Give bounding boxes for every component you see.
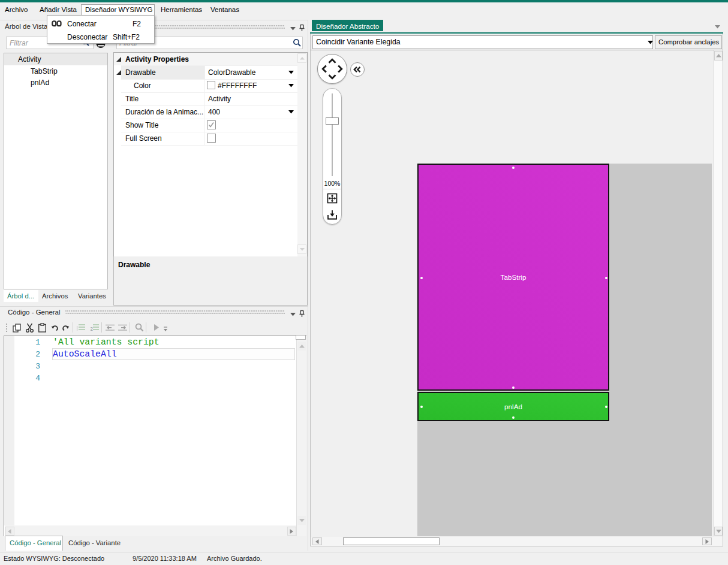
svg-text:2: 2 — [91, 326, 93, 331]
